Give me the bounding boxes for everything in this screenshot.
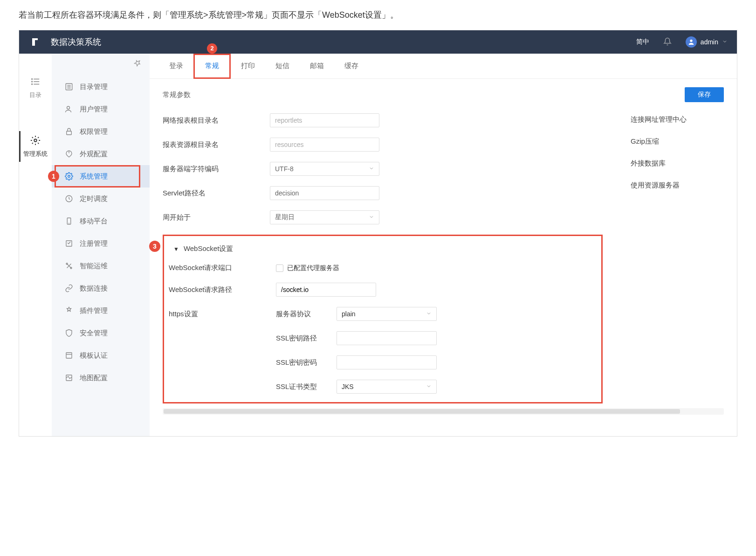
sidebar-label: 地图配置 <box>80 374 108 382</box>
input-ws-path[interactable] <box>276 283 376 297</box>
bell-icon[interactable] <box>663 37 672 47</box>
sidebar-item-data-conn[interactable]: 数据连接 <box>52 277 150 299</box>
pin-icon[interactable] <box>134 59 141 68</box>
annotation-badge-1: 1 <box>48 171 59 182</box>
sidebar-item-ops[interactable]: 智能运维 <box>52 255 150 277</box>
rail-item-management[interactable]: 管理系统 <box>19 131 52 162</box>
sidebar-label: 注册管理 <box>80 239 108 248</box>
select-value: plain <box>342 310 356 318</box>
websocket-settings-box: 3 ▼ WebSocket设置 WebSocket请求端口 已配置代理服务器 <box>163 235 603 403</box>
sidebar-item-permission-mgmt[interactable]: 权限管理 <box>52 120 150 143</box>
label-report-root: 网络报表根目录名 <box>163 116 270 125</box>
tab-cache[interactable]: 缓存 <box>334 54 369 79</box>
select-protocol[interactable]: plain <box>337 307 437 321</box>
user-icon <box>65 105 73 113</box>
gear-icon <box>30 135 41 146</box>
svg-point-12 <box>67 106 70 109</box>
tab-login[interactable]: 登录 <box>159 54 193 79</box>
save-button[interactable]: 保存 <box>685 87 724 102</box>
label-https: https设置 <box>169 310 276 319</box>
link-gzip[interactable]: Gzip压缩 <box>631 137 724 146</box>
tabs-row: 登录 常规 2 打印 短信 邮箱 缓存 <box>150 54 737 79</box>
chevron-down-icon <box>426 310 432 318</box>
sidebar-item-register[interactable]: 注册管理 <box>52 232 150 255</box>
sidebar-label: 定时调度 <box>80 195 108 203</box>
shield-icon <box>65 329 73 337</box>
chevron-down-icon <box>369 214 374 221</box>
intro-text: 若当前工程所在容器环境满足条件，则「管理系统>系统管理>常规」页面不显示「Web… <box>0 0 756 30</box>
folder-list-icon <box>65 83 73 91</box>
annotation-badge-3: 3 <box>149 241 160 252</box>
svg-rect-13 <box>67 131 72 135</box>
tab-email[interactable]: 邮箱 <box>300 54 334 79</box>
label-ssl-path: SSL密钥路径 <box>276 334 337 343</box>
sidebar-item-mobile[interactable]: 移动平台 <box>52 210 150 232</box>
sidebar-item-appearance[interactable]: 外观配置 <box>52 143 150 165</box>
link-resource-server[interactable]: 使用资源服务器 <box>631 181 724 190</box>
label-proxy-checkbox: 已配置代理服务器 <box>287 264 339 272</box>
sidebar-item-user-mgmt[interactable]: 用户管理 <box>52 98 150 120</box>
tab-general[interactable]: 常规 <box>193 54 231 79</box>
section-title: 常规参数 <box>163 90 191 99</box>
select-value: UTF-8 <box>275 165 294 173</box>
chevron-down-icon <box>722 38 728 46</box>
tab-sms[interactable]: 短信 <box>265 54 300 79</box>
ws-header[interactable]: ▼ WebSocket设置 <box>169 244 592 253</box>
label-servlet: Servlet路径名 <box>163 189 270 198</box>
sidebar-label: 权限管理 <box>80 127 108 136</box>
sidebar-item-plugin[interactable]: 插件管理 <box>52 299 150 322</box>
map-icon <box>65 374 73 382</box>
language-selector[interactable]: 简中 <box>636 38 649 46</box>
sidebar-label: 智能运维 <box>80 262 108 271</box>
svg-rect-22 <box>66 353 72 358</box>
sidebar-item-system-mgmt[interactable]: 系统管理 <box>52 165 150 188</box>
select-value: 星期日 <box>275 213 295 222</box>
svg-point-7 <box>34 139 37 142</box>
select-charset[interactable]: UTF-8 <box>270 162 379 176</box>
sidebar-item-schedule[interactable]: 定时调度 <box>52 188 150 210</box>
sidebar-label: 移动平台 <box>80 217 108 226</box>
user-name: admin <box>701 38 718 46</box>
input-report-root[interactable] <box>270 113 379 127</box>
svg-point-4 <box>32 79 33 80</box>
checkbox-proxy[interactable] <box>276 264 283 272</box>
scrollbar-thumb[interactable] <box>164 409 680 414</box>
caret-down-icon: ▼ <box>173 246 179 252</box>
rail-item-directory[interactable]: 目录 <box>19 72 52 103</box>
input-servlet[interactable] <box>270 186 379 200</box>
select-week-start[interactable]: 星期日 <box>270 210 379 224</box>
label-ssl-pwd: SSL密钥密码 <box>276 358 337 367</box>
label-ws-port: WebSocket请求端口 <box>169 264 276 272</box>
sidebar-item-directory-mgmt[interactable]: 目录管理 <box>52 76 150 98</box>
svg-point-6 <box>32 84 33 85</box>
label-ssl-type: SSL证书类型 <box>276 382 337 391</box>
user-menu[interactable]: admin <box>686 36 728 48</box>
app-logo-icon <box>28 35 41 49</box>
sidebar-item-template-auth[interactable]: 模板认证 <box>52 344 150 367</box>
svg-point-0 <box>690 40 692 42</box>
ws-title: WebSocket设置 <box>184 244 233 253</box>
select-ssl-type[interactable]: JKS <box>337 380 437 394</box>
rail-label: 目录 <box>29 91 41 99</box>
horizontal-scrollbar[interactable] <box>163 408 724 415</box>
tab-print[interactable]: 打印 <box>231 54 265 79</box>
annotation-badge-2: 2 <box>207 43 217 54</box>
input-ssl-path[interactable] <box>337 331 437 345</box>
sidebar-label: 模板认证 <box>80 351 108 360</box>
input-resource-root[interactable] <box>270 138 379 152</box>
link-connection-center[interactable]: 连接网址管理中心 <box>631 115 724 124</box>
register-icon <box>65 239 73 248</box>
sidebar-item-security[interactable]: 安全管理 <box>52 322 150 344</box>
rail-label: 管理系统 <box>23 150 48 158</box>
appearance-icon <box>65 150 73 158</box>
sidebar-label: 安全管理 <box>80 329 108 338</box>
template-icon <box>65 351 73 360</box>
select-value: JKS <box>342 383 354 390</box>
list-icon <box>30 76 41 87</box>
sidebar-item-map[interactable]: 地图配置 <box>52 367 150 389</box>
link-external-db[interactable]: 外接数据库 <box>631 159 724 168</box>
input-ssl-pwd[interactable] <box>337 355 437 369</box>
chevron-down-icon <box>369 165 374 173</box>
label-resource-root: 报表资源根目录名 <box>163 140 270 149</box>
app-title: 数据决策系统 <box>51 36 101 48</box>
